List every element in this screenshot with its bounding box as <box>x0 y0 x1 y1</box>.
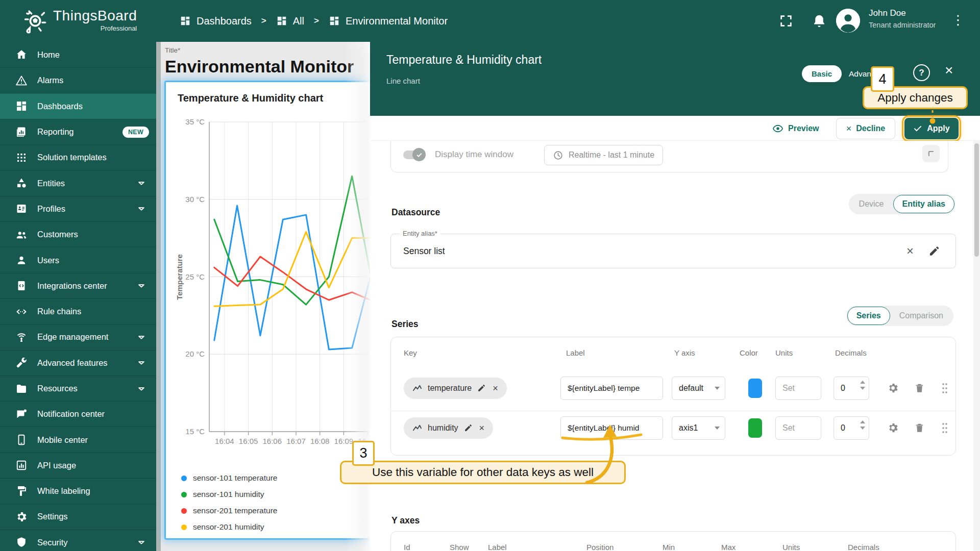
entity-alias-toggle-option[interactable]: Entity alias <box>893 195 954 213</box>
yaxes-column-id: Id <box>404 543 410 551</box>
basic-mode-toggle[interactable]: Basic <box>802 65 842 82</box>
fullscreen-icon[interactable] <box>779 14 794 29</box>
chevron-down-icon[interactable] <box>137 179 146 188</box>
thingsboard-logo[interactable]: ThingsBoard Professional <box>53 9 137 32</box>
stepper-up-icon[interactable] <box>860 420 865 423</box>
legend-item[interactable]: sensor-101 humidity <box>181 486 277 503</box>
clear-icon[interactable]: × <box>906 244 914 258</box>
sidebar-item-reporting[interactable]: ReportingNEW <box>0 119 156 144</box>
sidebar-item-security[interactable]: Security <box>0 530 156 551</box>
series-settings-gear-icon[interactable] <box>887 382 899 394</box>
sidebar-item-customers[interactable]: Customers <box>0 221 156 247</box>
sidebar-item-home[interactable]: Home <box>0 42 156 67</box>
edit-pencil-icon[interactable] <box>477 384 487 393</box>
entity-alias-field[interactable]: Entity alias* Sensor list × <box>390 234 956 268</box>
sidebar-item-solution-templates[interactable]: Solution templates <box>0 144 156 170</box>
breadcrumb-item-all[interactable]: All <box>276 15 304 27</box>
decline-button[interactable]: × Decline <box>836 118 895 139</box>
sidebar-item-resources[interactable]: Resources <box>0 375 156 401</box>
step-4-badge: 4 <box>871 66 894 92</box>
display-timewindow-toggle[interactable] <box>403 151 424 159</box>
sidebar-item-label: Security <box>37 538 68 547</box>
drag-handle[interactable] <box>941 422 948 434</box>
series-key-chip-temperature[interactable]: temperature× <box>404 378 507 399</box>
chevron-down-icon[interactable] <box>137 333 146 342</box>
series-units-input[interactable]: Set <box>775 416 821 440</box>
shapes-icon <box>15 177 28 189</box>
series-settings-gear-icon[interactable] <box>887 422 899 434</box>
sidebar-item-advanced-features[interactable]: Advanced features <box>0 350 156 375</box>
sidebar-item-users[interactable]: Users <box>0 247 156 272</box>
tools-icon <box>15 357 28 369</box>
comparison-toggle-option[interactable]: Comparison <box>890 311 952 320</box>
remove-key-icon[interactable]: × <box>479 423 485 433</box>
chevron-down-icon[interactable] <box>137 281 146 290</box>
layout-corner-icon[interactable] <box>922 145 940 162</box>
close-icon[interactable]: × <box>945 63 953 78</box>
sidebar-item-alarms[interactable]: Alarms <box>0 67 156 93</box>
series-decimals-input[interactable]: 0 <box>834 377 869 400</box>
sidebar-item-api-usage[interactable]: API usage <box>0 453 156 478</box>
sidebar: HomeAlarmsDashboardsReportingNEWSolution… <box>0 42 156 551</box>
sidebar-item-dashboards[interactable]: Dashboards <box>0 93 156 119</box>
series-label-input[interactable]: ${entityLabel} tempe <box>560 377 663 400</box>
preview-button[interactable]: Preview <box>772 121 819 136</box>
breadcrumb-separator: > <box>314 16 319 26</box>
chevron-down-icon[interactable] <box>137 538 146 547</box>
chevron-down-icon[interactable] <box>137 204 146 213</box>
series-color-swatch[interactable] <box>748 418 762 438</box>
decimals-stepper[interactable] <box>860 420 865 430</box>
series-delete-trash-icon[interactable] <box>914 382 925 394</box>
series-yaxis-select[interactable]: default <box>672 377 725 400</box>
dialog-scrollbar[interactable] <box>973 141 980 551</box>
device-toggle-option[interactable]: Device <box>850 199 893 209</box>
step-3-number: 3 <box>359 445 367 461</box>
edit-pencil-icon[interactable] <box>464 423 474 433</box>
sidebar-item-rule-chains[interactable]: Rule chains <box>0 298 156 324</box>
sidebar-item-settings[interactable]: Settings <box>0 504 156 529</box>
legend-item[interactable]: sensor-101 temperature <box>181 470 277 486</box>
sidebar-item-profiles[interactable]: Profiles <box>0 196 156 221</box>
breadcrumb-item-environmental-monitor[interactable]: Environmental Monitor <box>329 15 448 27</box>
sidebar-item-integrations-center[interactable]: Integrations center <box>0 273 156 298</box>
series-toggle-option[interactable]: Series <box>847 307 890 325</box>
series-color-swatch[interactable] <box>748 379 762 398</box>
avatar[interactable] <box>836 9 860 33</box>
svg-text:30 °C: 30 °C <box>185 195 205 204</box>
kebab-menu-icon[interactable]: ⋮ <box>951 12 964 28</box>
legend-dot <box>181 475 187 481</box>
chevron-down-icon[interactable] <box>137 384 146 393</box>
chevron-down-icon[interactable] <box>137 358 146 367</box>
series-decimals-input[interactable]: 0 <box>834 416 869 440</box>
series-delete-trash-icon[interactable] <box>914 422 925 434</box>
legend-item[interactable]: sensor-201 temperature <box>181 503 277 519</box>
scrollbar-thumb[interactable] <box>974 143 979 257</box>
sidebar-item-label: Profiles <box>37 204 65 214</box>
edit-pencil-icon[interactable] <box>928 245 940 257</box>
help-icon[interactable]: ? <box>913 64 930 81</box>
drag-handle[interactable] <box>941 382 948 394</box>
series-label-input[interactable]: ${entityLabel} humid <box>560 416 663 440</box>
timewindow-value-button[interactable]: Realtime - last 1 minute <box>544 145 663 165</box>
decimals-stepper[interactable] <box>860 381 865 390</box>
series-units-input[interactable]: Set <box>775 377 821 400</box>
dialog-subtitle: Line chart <box>386 77 420 85</box>
notifications-bell-icon[interactable] <box>812 13 827 29</box>
sidebar-item-entities[interactable]: Entities <box>0 170 156 195</box>
series-yaxis-select[interactable]: axis1 <box>672 416 725 440</box>
sidebar-item-white-labeling[interactable]: White labeling <box>0 478 156 504</box>
apply-button[interactable]: Apply <box>904 118 959 139</box>
sidebar-item-label: Notification center <box>37 409 105 419</box>
stepper-up-icon[interactable] <box>860 381 865 384</box>
sidebar-item-notification-center[interactable]: Notification center <box>0 401 156 427</box>
breadcrumb-item-dashboards[interactable]: Dashboards <box>180 15 252 27</box>
legend-item[interactable]: sensor-201 humidity <box>181 519 277 535</box>
stepper-down-icon[interactable] <box>860 427 865 430</box>
user-block[interactable]: John Doe Tenant administrator <box>869 9 936 30</box>
remove-key-icon[interactable]: × <box>493 384 498 393</box>
stepper-down-icon[interactable] <box>860 387 865 390</box>
sidebar-item-edge-management[interactable]: Edge management <box>0 324 156 349</box>
dashboard-scrollbar[interactable] <box>156 42 161 551</box>
sidebar-item-mobile-center[interactable]: Mobile center <box>0 427 156 452</box>
series-key-chip-humidity[interactable]: humidity× <box>404 417 493 439</box>
